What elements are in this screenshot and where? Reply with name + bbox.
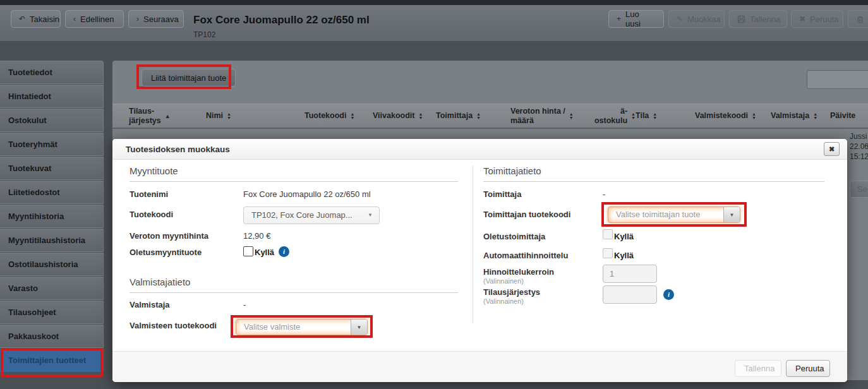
- default-supplier-checkbox: [603, 229, 613, 239]
- chevron-down-icon[interactable]: ▼: [351, 320, 367, 335]
- edit-button-label: Muokkaa: [687, 15, 721, 24]
- trash-icon: [856, 15, 864, 23]
- chevron-right-icon: ›: [136, 15, 139, 23]
- attach-supplier-product-label: Liitä toimittajan tuote: [151, 73, 226, 83]
- cancel-button-label: Peruuta: [810, 15, 839, 24]
- attach-supplier-product-button[interactable]: Liitä toimittajan tuote: [142, 69, 236, 87]
- manufacturer-product-combo[interactable]: Valitse valmiste ▼: [236, 319, 368, 335]
- delete-button: P: [848, 10, 868, 28]
- sidebar-item-myyntitilaushistoria[interactable]: Myyntitilaushistoria: [0, 229, 104, 252]
- sidebar-item-hintatiedot[interactable]: Hintatiedot: [0, 85, 104, 108]
- sort-icon: ▲▼: [813, 112, 817, 119]
- automatic-pricing-checkbox-label: Kyllä: [614, 251, 634, 260]
- floppy-icon: [737, 15, 745, 23]
- manufacturer-product-code-label: Valmisteen tuotekoodi: [130, 321, 217, 330]
- table-column-label: Viivakoodit: [373, 111, 414, 121]
- create-new-button-label: Luo uusi: [625, 9, 656, 28]
- sidebar-item-tuotetiedot[interactable]: Tuotetiedot: [0, 61, 104, 84]
- default-supplier-label: Oletustoimittaja: [483, 232, 545, 241]
- column-divider: [473, 165, 473, 323]
- sidebar-item-tilausohjeet[interactable]: Tilausohjeet: [0, 301, 104, 324]
- updated-date: 22.06.20: [850, 141, 868, 152]
- product-code-select[interactable]: TP102, Fox Core Juomap... ▼: [243, 206, 380, 224]
- default-sale-product-checkbox-label: Kyllä: [255, 248, 274, 257]
- table-column-label: Valmistekoodi: [695, 111, 748, 121]
- sidebar-item-tuoteryhm-t[interactable]: Tuoteryhmät: [0, 133, 104, 156]
- product-code-select-value: TP102, Fox Core Juomap...: [251, 210, 353, 220]
- supplier-label: Toimittaja: [483, 189, 521, 199]
- sort-icon: ▲▼: [631, 112, 636, 119]
- dialog-footer: Tallenna Peruuta: [112, 351, 847, 382]
- pricing-multiplier-optional: (Valinnainen): [483, 277, 524, 285]
- sidebar-item-toimittajien-tuotteet[interactable]: Toimittajien tuotteet: [0, 349, 104, 372]
- table-row-updated-cell: Jussi A 22.06.20 15:12: [850, 131, 868, 162]
- table-column-toimittaja[interactable]: Toimittaja▲▼: [436, 111, 510, 121]
- sort-icon: ▲▼: [569, 112, 574, 119]
- table-column-tila[interactable]: Tila▲▼: [636, 111, 695, 121]
- sidebar-item-liitetiedostot[interactable]: Liitetiedostot: [0, 181, 104, 204]
- sidebar-item-ostotilaushistoria[interactable]: Ostotilaushistoria: [0, 253, 104, 276]
- automatic-pricing-label: Automaattihinnoittelu: [483, 251, 568, 260]
- create-new-button[interactable]: + Luo uusi: [608, 10, 664, 28]
- sort-icon: ▲▼: [227, 112, 231, 119]
- product-name-value: Fox Core Juomapullo 22 oz/650 ml: [243, 189, 371, 199]
- info-icon[interactable]: i: [663, 289, 674, 300]
- supplier-value: -: [603, 189, 605, 199]
- close-icon[interactable]: ✖: [824, 142, 840, 156]
- table-search-input[interactable]: [807, 70, 868, 89]
- table-column-p-ivite: Päivite: [830, 111, 868, 121]
- plus-icon: +: [617, 15, 621, 23]
- next-button[interactable]: › Seuraava: [128, 10, 184, 28]
- default-sale-product-checkbox[interactable]: [243, 246, 253, 256]
- sort-icon: ▲▼: [653, 112, 657, 119]
- sort-icon: ▲▼: [752, 112, 756, 119]
- product-code-label: Tuotekoodi: [130, 210, 173, 219]
- product-link-edit-dialog: Tuotesidoksen muokkaus ✖ Myyntituote Tuo…: [112, 139, 847, 382]
- manufacturer-value: -: [243, 300, 246, 309]
- default-sale-product-label: Oletusmyyntituote: [130, 248, 202, 257]
- back-button[interactable]: ↶ Takaisin: [11, 10, 61, 28]
- table-column-tilaus-j-rjestys[interactable]: Tilaus- järjestys▲: [129, 107, 206, 126]
- chevron-left-icon: ‹: [73, 15, 76, 23]
- info-icon[interactable]: i: [279, 246, 289, 257]
- supplier-products-table-header: Tilaus- järjestys▲Nimi▲▼Tuotekoodi▲▼Viiv…: [112, 104, 868, 129]
- table-column-valmistekoodi[interactable]: Valmistekoodi▲▼: [695, 111, 771, 121]
- sort-ascending-icon: ▲: [165, 113, 171, 119]
- table-column-tuotekoodi[interactable]: Tuotekoodi▲▼: [304, 111, 373, 121]
- table-column--ostokulu[interactable]: ä- ostokulu▲▼: [586, 107, 636, 126]
- previous-button[interactable]: ‹ Edellinen: [65, 10, 124, 28]
- supplier-product-combo[interactable]: Valitse toimittajan tuote ▼: [608, 206, 740, 223]
- sidebar-item-pakkauskoot[interactable]: Pakkauskoot: [0, 325, 104, 348]
- default-supplier-checkbox-label: Kyllä: [614, 232, 634, 241]
- sort-icon: ▲▼: [476, 112, 481, 119]
- table-column-label: Valmistaja: [771, 111, 809, 121]
- app-header: ↶ Takaisin ‹ Edellinen › Seuraava Fox Co…: [0, 5, 868, 42]
- pencil-icon: ✎: [677, 15, 683, 23]
- updated-by: Jussi A: [850, 131, 868, 141]
- product-name-label: Tuotenimi: [130, 189, 168, 199]
- table-column-valmistaja[interactable]: Valmistaja▲▼: [771, 111, 830, 121]
- pricing-multiplier-input: [603, 265, 657, 283]
- sidebar-item-varasto[interactable]: Varasto: [0, 277, 104, 300]
- table-column-label: Toimittaja: [436, 111, 473, 121]
- save-button-label: Tallenna: [750, 15, 780, 24]
- table-column-label: Veroton hinta / määrä: [510, 107, 565, 126]
- next-button-label: Seuraava: [143, 15, 179, 24]
- table-column-viivakoodit[interactable]: Viivakoodit▲▼: [373, 111, 436, 121]
- table-column-veroton-hinta-m-r-[interactable]: Veroton hinta / määrä▲▼: [510, 107, 586, 126]
- pager-next-button[interactable]: Seu: [850, 181, 868, 198]
- net-sale-price-value: 12,90 €: [243, 231, 270, 241]
- order-sequence-input: [603, 285, 657, 304]
- order-sequence-optional: (Valinnainen): [483, 297, 524, 305]
- sort-icon: ▲▼: [418, 112, 423, 119]
- sidebar-item-myyntihistoria[interactable]: Myyntihistoria: [0, 205, 104, 228]
- table-column-label: Tuotekoodi: [304, 111, 346, 121]
- previous-button-label: Edellinen: [80, 15, 114, 24]
- cancel-button: ✖ Peruuta: [791, 10, 843, 28]
- dialog-header: Tuotesidoksen muokkaus ✖: [112, 139, 847, 160]
- sidebar-item-ostokulut[interactable]: Ostokulut: [0, 109, 104, 132]
- dialog-cancel-button[interactable]: Peruuta: [786, 360, 830, 377]
- sidebar-item-tuotekuvat[interactable]: Tuotekuvat: [0, 157, 104, 180]
- table-column-nimi[interactable]: Nimi▲▼: [206, 111, 304, 121]
- chevron-down-icon[interactable]: ▼: [723, 207, 740, 222]
